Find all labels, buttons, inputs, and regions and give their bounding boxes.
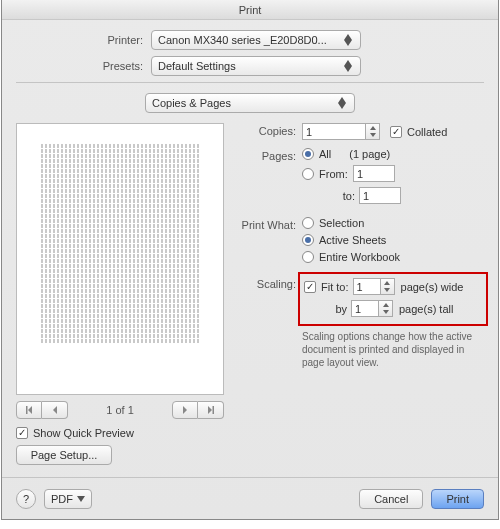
copies-stepper[interactable] bbox=[366, 123, 380, 140]
printer-value: Canon MX340 series _E20D8D0... bbox=[158, 34, 327, 46]
printer-select[interactable]: Canon MX340 series _E20D8D0... bbox=[151, 30, 361, 50]
svg-marker-9 bbox=[183, 406, 187, 414]
svg-marker-14 bbox=[384, 281, 390, 285]
pages-from-label: From: bbox=[319, 168, 353, 180]
pages-to-label: to: bbox=[319, 190, 359, 202]
next-page-button[interactable] bbox=[172, 401, 198, 419]
fit-to-checkbox[interactable] bbox=[304, 281, 316, 293]
pages-all-label: All bbox=[319, 148, 331, 160]
first-page-button[interactable] bbox=[16, 401, 42, 419]
pages-from-field[interactable]: 1 bbox=[353, 165, 395, 182]
page-indicator: 1 of 1 bbox=[106, 404, 134, 416]
fit-wide-field[interactable]: 1 bbox=[353, 278, 381, 295]
presets-label: Presets: bbox=[16, 60, 151, 72]
scaling-help: Scaling options change how the active do… bbox=[302, 330, 484, 369]
fit-wide-label: page(s) wide bbox=[401, 281, 464, 293]
scaling-highlight: Fit to: 1 page(s) wide by 1 bbox=[298, 272, 488, 326]
collated-checkbox[interactable] bbox=[390, 126, 402, 138]
printer-label: Printer: bbox=[16, 34, 151, 46]
print-what-label: Print What: bbox=[234, 217, 302, 231]
svg-marker-3 bbox=[344, 66, 352, 72]
collated-label: Collated bbox=[407, 126, 447, 138]
svg-marker-8 bbox=[53, 406, 57, 414]
pw-active-radio[interactable] bbox=[302, 234, 314, 246]
svg-marker-16 bbox=[383, 303, 389, 307]
fit-by-label: by bbox=[321, 303, 351, 315]
print-dialog: Print Printer: Canon MX340 series _E20D8… bbox=[1, 0, 499, 520]
options-column: Copies: 1 Collated Pages: All bbox=[224, 123, 484, 465]
print-button[interactable]: Print bbox=[431, 489, 484, 509]
section-select[interactable]: Copies & Pages bbox=[145, 93, 355, 113]
pw-entire-label: Entire Workbook bbox=[319, 251, 400, 263]
pw-active-label: Active Sheets bbox=[319, 234, 386, 246]
svg-marker-6 bbox=[28, 406, 32, 414]
help-button[interactable]: ? bbox=[16, 489, 36, 509]
prev-page-button[interactable] bbox=[42, 401, 68, 419]
quick-preview-checkbox[interactable] bbox=[16, 427, 28, 439]
dialog-footer: ? PDF Cancel Print bbox=[2, 477, 498, 519]
last-page-button[interactable] bbox=[198, 401, 224, 419]
svg-rect-7 bbox=[26, 406, 28, 414]
preview-content bbox=[41, 144, 199, 374]
copies-field[interactable]: 1 bbox=[302, 123, 366, 140]
chevron-down-icon bbox=[77, 496, 85, 502]
scaling-label: Scaling: bbox=[234, 276, 302, 290]
dialog-body: Printer: Canon MX340 series _E20D8D0... … bbox=[2, 20, 498, 473]
pages-from-radio[interactable] bbox=[302, 168, 314, 180]
svg-marker-5 bbox=[338, 103, 346, 109]
updown-icon bbox=[344, 32, 356, 48]
updown-icon bbox=[338, 95, 350, 111]
pw-selection-label: Selection bbox=[319, 217, 364, 229]
pages-to-field[interactable]: 1 bbox=[359, 187, 401, 204]
updown-icon bbox=[344, 58, 356, 74]
svg-marker-17 bbox=[383, 310, 389, 314]
svg-marker-1 bbox=[344, 40, 352, 46]
svg-marker-12 bbox=[370, 126, 376, 130]
pages-all-radio[interactable] bbox=[302, 148, 314, 160]
page-setup-button[interactable]: Page Setup... bbox=[16, 445, 112, 465]
presets-select[interactable]: Default Settings bbox=[151, 56, 361, 76]
fit-tall-stepper[interactable] bbox=[379, 300, 393, 317]
pages-label: Pages: bbox=[234, 148, 302, 162]
svg-rect-11 bbox=[212, 406, 214, 414]
svg-marker-18 bbox=[77, 496, 85, 502]
preview-box bbox=[16, 123, 224, 395]
pdf-menu-button[interactable]: PDF bbox=[44, 489, 92, 509]
copies-label: Copies: bbox=[234, 123, 302, 137]
quick-preview-label: Show Quick Preview bbox=[33, 427, 134, 439]
fit-tall-field[interactable]: 1 bbox=[351, 300, 379, 317]
cancel-button[interactable]: Cancel bbox=[359, 489, 423, 509]
svg-marker-15 bbox=[384, 288, 390, 292]
fit-to-label: Fit to: bbox=[321, 281, 349, 293]
fit-tall-label: page(s) tall bbox=[399, 303, 453, 315]
section-value: Copies & Pages bbox=[152, 97, 231, 109]
pw-entire-radio[interactable] bbox=[302, 251, 314, 263]
preview-column: 1 of 1 Show Quick Preview Page Setup... bbox=[16, 123, 224, 465]
fit-wide-stepper[interactable] bbox=[381, 278, 395, 295]
presets-value: Default Settings bbox=[158, 60, 236, 72]
separator bbox=[16, 82, 484, 83]
pw-selection-radio[interactable] bbox=[302, 217, 314, 229]
svg-marker-13 bbox=[370, 133, 376, 137]
pages-count-label: (1 page) bbox=[349, 148, 390, 160]
svg-marker-10 bbox=[208, 406, 212, 414]
dialog-title: Print bbox=[2, 0, 498, 20]
